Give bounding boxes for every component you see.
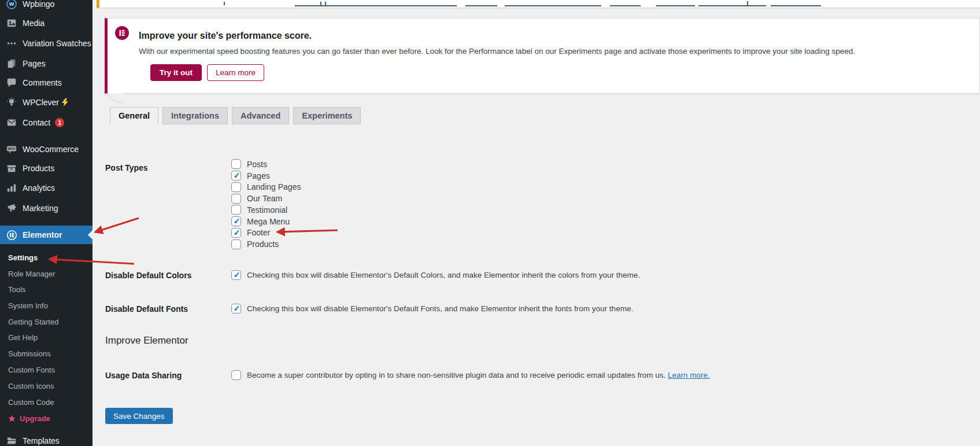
submenu-item-system-info[interactable]: System Info [0,300,93,311]
checkbox-disable-fonts[interactable] [231,304,241,314]
arrow-to-elementor-menu [95,218,139,232]
box-icon [6,163,17,174]
usage-data-sharing-label: Usage Data Sharing [105,371,182,380]
sidebar-item-media[interactable]: Media [0,16,93,30]
elementor-logo-icon [6,229,17,241]
sidebar-item-wpclever[interactable]: WPClever [0,95,93,109]
sidebar-item-label: Products [23,164,54,173]
try-it-out-button[interactable]: Try it out [150,64,202,81]
post-types-label: Post Types [105,163,148,172]
clipped-link[interactable] [656,5,695,6]
dots-icon [6,38,17,49]
post-type-row: Products [231,238,301,250]
post-type-row: Our Team [231,193,301,204]
checkbox-products[interactable] [231,239,241,249]
disable-fonts-label: Disable Default Fonts [105,304,188,314]
sidebar-item-label: Wpbingo [23,0,54,9]
sidebar-item-label: Contact [23,118,50,127]
learn-more-button[interactable]: Learn more [207,64,264,81]
tab-integrations[interactable]: Integrations [162,107,228,124]
checkbox-usage-data[interactable] [231,370,241,380]
checkbox-testimonial[interactable] [231,205,241,215]
checkbox-footer[interactable] [231,228,241,238]
submenu-item-custom-fonts[interactable]: Custom Fonts [0,364,93,375]
star-icon [8,415,16,422]
sidebar-item-label: Marketing [23,204,58,213]
post-type-row: Posts [231,159,301,170]
tab-general[interactable]: General [110,107,158,124]
sidebar-item-label: WooCommerce [23,145,79,154]
lightning-bolt-icon [62,98,68,106]
submenu-item-custom-icons[interactable]: Custom Icons [0,381,93,391]
tab-experiments[interactable]: Experiments [293,107,361,124]
submenu-item-custom-code[interactable]: Custom Code [0,397,93,407]
sidebar-item-products[interactable]: Products [0,161,93,175]
sidebar-item-label: Analytics [23,183,55,193]
post-type-row: Pages [231,170,301,182]
submenu-item-settings[interactable]: Settings [0,252,93,263]
sidebar-item-wpbingo[interactable]: W Wpbingo [0,0,93,11]
sidebar-item-label: Variation Swatches [23,39,91,48]
banner-title: Improve your site's performance score. [139,31,312,41]
settings-tabs: General Integrations Advanced Experiment… [110,107,361,124]
checkbox-posts[interactable] [231,159,241,169]
post-type-row: Testimonial [231,204,301,216]
submenu-item-tools[interactable]: Tools [0,284,93,294]
clipped-link[interactable] [771,5,821,6]
comment-bubble-icon [6,77,17,89]
clipped-link[interactable] [698,5,766,6]
banner-speech-tail [108,93,123,103]
checkbox-mega-menu[interactable] [231,216,241,226]
sidebar-item-marketing[interactable]: Marketing [0,201,93,215]
submenu-item-upgrade[interactable]: Upgrade [0,413,93,423]
post-type-row: Mega Menu [231,216,301,227]
media-icon [6,17,17,29]
sidebar-item-woocommerce[interactable]: WOO WooCommerce [0,142,93,156]
clipped-link[interactable] [505,5,601,6]
sidebar-item-pages[interactable]: Pages [0,57,93,71]
sidebar-item-label: Media [23,19,45,28]
sidebar-item-label: Templates [23,436,60,445]
usage-data-sharing-row: Become a super contributor by opting in … [231,370,710,380]
checkbox-pages[interactable] [231,171,241,180]
current-menu-notch [88,230,93,239]
elementor-badge-icon [115,26,129,40]
clipped-admin-notice [97,0,980,8]
sidebar-item-analytics[interactable]: Analytics [0,181,93,195]
checkbox-our-team[interactable] [231,194,241,204]
submenu-item-role-manager[interactable]: Role Manager [0,268,93,279]
usage-learn-more-link[interactable]: Learn more. [668,371,710,379]
bar-chart-icon [6,182,17,194]
sidebar-item-label: Comments [23,78,62,87]
sidebar-item-comments[interactable]: Comments [0,76,93,90]
checkbox-disable-colors[interactable] [231,270,241,280]
improve-elementor-heading: Improve Elementor [105,335,188,347]
save-changes-button[interactable]: Save Changes [105,408,173,424]
contact-count-badge: 1 [55,118,64,127]
submenu-item-getting-started[interactable]: Getting Started [0,316,93,327]
sidebar-item-label: Pages [23,59,46,68]
clipped-link[interactable] [465,5,497,6]
admin-sidebar: W Wpbingo Media Variation Swatches Pages… [0,0,93,446]
sidebar-item-variation-swatches[interactable]: Variation Swatches [0,36,93,50]
checkbox-landing-pages[interactable] [231,182,241,192]
sidebar-item-label: Elementor [23,230,62,239]
submenu-item-submissions[interactable]: Submissions [0,348,93,359]
clipped-link[interactable] [295,5,457,6]
woocommerce-icon: WOO [6,143,17,155]
post-type-row: Landing Pages [231,182,301,193]
banner-description: With our experimental speed boosting fea… [139,47,855,56]
sidebar-item-templates[interactable]: Templates [0,434,93,446]
envelope-icon [6,117,17,128]
post-types-list: Posts Pages Landing Pages Our Team Testi… [231,159,301,250]
tab-advanced[interactable]: Advanced [232,107,289,124]
sidebar-item-elementor[interactable]: Elementor [0,226,93,244]
sidebar-item-label: WPClever [23,98,59,107]
megaphone-icon [6,202,17,214]
folder-icon [6,435,17,446]
sidebar-item-contact[interactable]: Contact 1 [0,116,93,130]
submenu-item-get-help[interactable]: Get Help [0,332,93,342]
disable-colors-row: Checking this box will disable Elementor… [231,270,640,280]
clipped-link[interactable] [610,5,641,6]
svg-text:WOO: WOO [8,147,15,150]
